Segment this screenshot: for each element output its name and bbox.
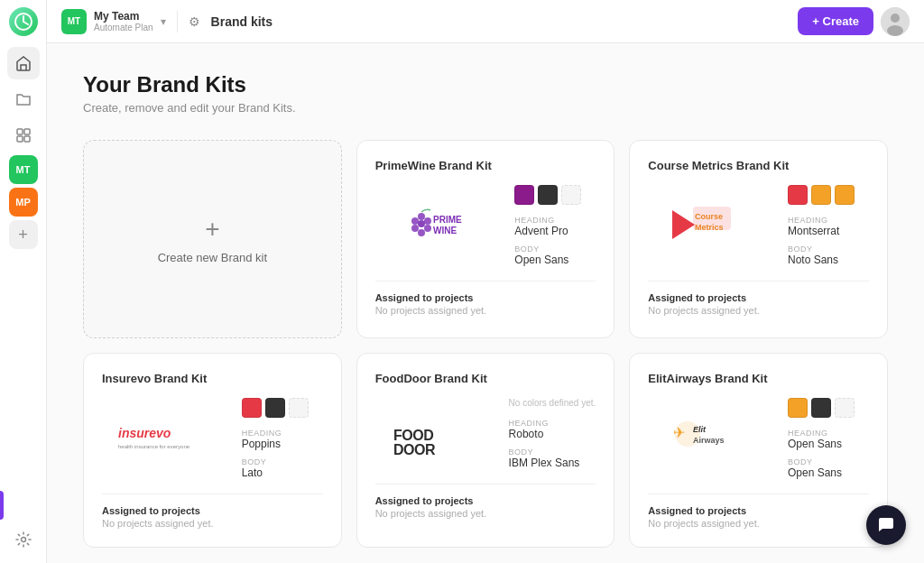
heading-font-ins: Poppins <box>242 438 323 450</box>
svg-text:WINE: WINE <box>433 226 457 235</box>
brand-info-insurevo: HEADING Poppins BODY Lato <box>242 398 323 479</box>
brand-info-primewine: HEADING Advent Pro BODY Open Sans <box>514 185 596 266</box>
team-name: My Team <box>94 10 153 23</box>
color-swatch-ins-2 <box>265 398 285 418</box>
heading-font-group-ea: HEADING Open Sans <box>788 429 869 450</box>
team-info: My Team Automate Plan <box>94 10 153 32</box>
svg-text:FOOD: FOOD <box>393 428 433 443</box>
brand-kit-card-fooddoor[interactable]: FoodDoor Brand Kit FOOD DOOR No colors d… <box>356 353 615 548</box>
brand-info-coursemetrics: HEADING Montserrat BODY Noto Sans <box>788 185 869 266</box>
color-swatch-ea-3 <box>835 398 855 418</box>
sidebar-bottom <box>7 491 40 556</box>
svg-point-7 <box>891 14 900 23</box>
brand-kit-preview-insurevo: insurevo health insurance for everyone H… <box>102 398 323 479</box>
svg-point-14 <box>424 225 431 232</box>
sidebar-item-grid[interactable] <box>7 119 40 152</box>
heading-font-group-cm: HEADING Montserrat <box>788 216 869 237</box>
assigned-value-fd: No projects assigned yet. <box>375 508 596 519</box>
body-font-primewine: Open Sans <box>514 254 596 266</box>
brand-kit-preview-fooddoor: FOOD DOOR No colors defined yet. HEADING… <box>375 398 596 469</box>
body-font-fd: IBM Plex Sans <box>509 457 596 469</box>
assigned-section-ea: Assigned to projects No projects assigne… <box>648 494 869 529</box>
brand-kit-title-primewine: PrimeWine Brand Kit <box>375 159 596 172</box>
sidebar-active-indicator <box>0 491 4 520</box>
color-swatches-primewine <box>514 185 596 205</box>
heading-font-ea: Open Sans <box>788 438 869 450</box>
color-swatch-ea-2 <box>811 398 831 418</box>
assigned-value-primewine: No projects assigned yet. <box>375 305 596 316</box>
assigned-label-cm: Assigned to projects <box>648 292 869 303</box>
heading-font-group-ins: HEADING Poppins <box>242 429 323 450</box>
svg-rect-2 <box>24 129 30 134</box>
brand-kit-preview-primewine: PRIME WINE HEADING Advent Pro <box>375 185 596 266</box>
topbar-divider <box>177 11 178 32</box>
color-swatch-ins-3 <box>289 398 309 418</box>
svg-text:Elit: Elit <box>693 425 707 434</box>
color-swatch-cm-2 <box>811 185 831 205</box>
assigned-value-cm: No projects assigned yet. <box>648 305 869 316</box>
body-font-group: BODY Open Sans <box>514 245 596 266</box>
brand-kit-card-insurevo[interactable]: Insurevo Brand Kit insurevo health insur… <box>83 353 342 548</box>
brand-kit-card-elitairways[interactable]: ElitAirways Brand Kit ✈ Elit Airways <box>629 353 888 548</box>
body-font-ea: Open Sans <box>788 466 869 479</box>
assigned-label-ins: Assigned to projects <box>102 505 323 516</box>
svg-text:health insurance for everyone: health insurance for everyone <box>118 444 190 449</box>
color-swatches-ea <box>788 398 869 418</box>
color-swatch-3 <box>561 185 581 205</box>
svg-marker-18 <box>672 210 695 239</box>
brand-logo-insurevo: insurevo health insurance for everyone <box>102 398 231 479</box>
brand-logo-primewine: PRIME WINE <box>375 185 504 266</box>
brand-kit-preview-elitairways: ✈ Elit Airways HEADING Op <box>648 398 869 479</box>
heading-font-group-fd: HEADING Roboto <box>509 419 596 440</box>
color-swatch-1 <box>514 185 534 205</box>
color-swatches-insurevo <box>242 398 323 418</box>
svg-text:Course: Course <box>695 212 723 221</box>
plus-icon: + <box>205 215 219 244</box>
chat-button[interactable] <box>866 505 906 545</box>
brand-info-elitairways: HEADING Open Sans BODY Open Sans <box>788 398 869 479</box>
brand-logo-elitairways: ✈ Elit Airways <box>648 398 777 479</box>
sidebar-settings-icon[interactable] <box>7 523 40 556</box>
content-area: Your Brand Kits Create, remove and edit … <box>47 43 924 563</box>
brand-kit-preview-coursemetrics: Course Metrics HEADING Montserrat <box>648 185 869 266</box>
team-selector[interactable]: MT My Team Automate Plan ▾ <box>61 9 166 34</box>
svg-point-8 <box>887 25 903 36</box>
sidebar-add-workspace[interactable]: + <box>9 220 38 249</box>
svg-point-13 <box>418 229 425 236</box>
sidebar-item-home[interactable] <box>7 47 40 79</box>
svg-point-5 <box>21 538 25 542</box>
color-swatch-2 <box>538 185 558 205</box>
sidebar-avatar-mt[interactable]: MT <box>9 155 38 184</box>
svg-rect-4 <box>24 136 30 142</box>
brand-kit-card-primewine[interactable]: PrimeWine Brand Kit <box>356 140 615 338</box>
create-new-brand-kit-card[interactable]: + Create new Brand kit <box>83 140 342 338</box>
svg-rect-3 <box>17 136 23 142</box>
sidebar-item-folder[interactable] <box>7 83 40 115</box>
assigned-section-cm: Assigned to projects No projects assigne… <box>648 281 869 316</box>
app-logo[interactable] <box>9 7 38 36</box>
page-subtitle: Create, remove and edit your Brand Kits. <box>83 101 888 115</box>
heading-label-ins: HEADING <box>242 429 323 438</box>
brand-kit-card-coursemetrics[interactable]: Course Metrics Brand Kit Course Metrics <box>629 140 888 338</box>
body-font-group-ins: BODY Lato <box>242 457 323 479</box>
color-swatch-cm-1 <box>788 185 808 205</box>
svg-rect-1 <box>17 129 23 134</box>
svg-text:insurevo: insurevo <box>118 426 171 440</box>
svg-text:✈: ✈ <box>673 425 685 440</box>
page-settings-icon: ⚙ <box>189 14 200 29</box>
brand-grid: + Create new Brand kit PrimeWine Brand K… <box>83 140 888 548</box>
body-font-group-ea: BODY Open Sans <box>788 457 869 479</box>
sidebar-avatar-mp[interactable]: MP <box>9 188 38 217</box>
brand-kit-title-elitairways: ElitAirways Brand Kit <box>648 372 869 385</box>
svg-point-15 <box>418 220 425 227</box>
topbar-page-title: Brand kits <box>211 14 273 29</box>
body-label-cm: BODY <box>788 245 869 254</box>
user-avatar[interactable] <box>881 7 910 36</box>
body-label-ins: BODY <box>242 457 323 466</box>
heading-label-fd: HEADING <box>509 419 596 428</box>
heading-label-cm: HEADING <box>788 216 869 225</box>
color-swatch-cm-3 <box>835 185 855 205</box>
team-avatar: MT <box>61 9 87 34</box>
heading-label-primewine: HEADING <box>514 216 596 225</box>
create-button[interactable]: + Create <box>798 7 873 35</box>
